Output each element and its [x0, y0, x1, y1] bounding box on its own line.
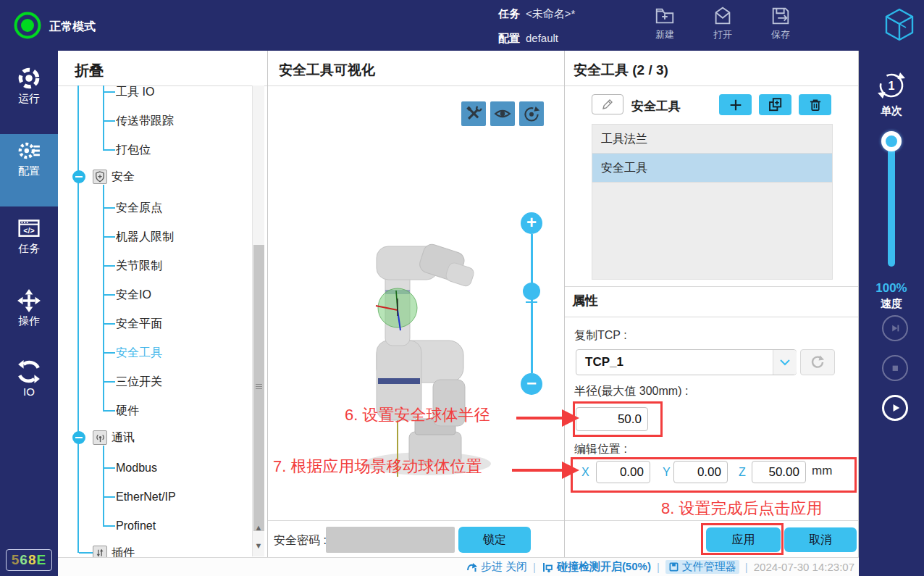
save-task-button[interactable]: 保存	[757, 5, 804, 41]
apply-button[interactable]: 应用	[706, 527, 781, 552]
file-manager-button[interactable]: 文件管理器	[665, 560, 739, 574]
tree-item-modbus[interactable]: Modbus	[116, 460, 157, 476]
speed-slider-thumb[interactable]	[881, 131, 902, 151]
safety-password-input[interactable]	[326, 527, 455, 553]
z-position-input[interactable]	[752, 461, 806, 483]
radius-input[interactable]	[576, 407, 648, 431]
tool-name-label: 安全工具	[631, 98, 681, 114]
save-icon	[770, 5, 791, 27]
tree-item-safety-io[interactable]: 安全IO	[116, 287, 151, 303]
zoom-slider-track[interactable]	[531, 234, 533, 373]
robot-3d-view[interactable]	[340, 217, 507, 485]
view-orbit-button[interactable]	[519, 101, 544, 126]
add-tool-button[interactable]	[719, 94, 752, 115]
chevron-down-icon	[773, 350, 797, 375]
file-manager-icon	[668, 562, 679, 572]
tool-list: 工具法兰 安全工具	[592, 124, 833, 280]
open-file-icon	[712, 5, 734, 27]
viz-panel: 安全工具可视化	[268, 51, 565, 576]
config-tree-panel: 折叠 工具 IO 传送带跟踪 打包位 安全 安全原点 机器人限制 关节限制 安全…	[58, 51, 268, 576]
x-position-input[interactable]	[596, 461, 650, 483]
step-forward-button[interactable]	[882, 315, 908, 341]
tree-item-hardware[interactable]: 硬件	[116, 403, 139, 419]
tree-item-conveyor[interactable]: 传送带跟踪	[116, 113, 174, 129]
copy-tool-button[interactable]	[759, 94, 791, 115]
tree-item-ethernet-ip[interactable]: EtherNet/IP	[116, 489, 176, 505]
tree-item-tool-io[interactable]: 工具 IO	[116, 84, 154, 100]
safety-password-label: 安全密码 :	[274, 533, 327, 548]
tree-item-safety-plane[interactable]: 安全平面	[116, 316, 162, 332]
pencil-icon	[601, 98, 614, 111]
tree-item-comm[interactable]: 通讯	[112, 430, 135, 446]
zoom-in-button[interactable]: +	[521, 212, 542, 234]
view-tools-button[interactable]	[461, 101, 486, 126]
tree-item-profinet[interactable]: Profinet	[116, 518, 156, 534]
y-position-input[interactable]	[673, 461, 728, 483]
view-visibility-button[interactable]	[490, 101, 515, 126]
scroll-down-icon[interactable]: ▼	[253, 540, 264, 551]
x-axis-label: X	[581, 461, 589, 483]
tree-item-safety-home[interactable]: 安全原点	[116, 200, 162, 216]
tree-collapse-comm[interactable]	[72, 431, 85, 444]
clock-datetime: 2024-07-30 14:23:07	[754, 561, 854, 573]
sidebar-item-config[interactable]: 配置	[0, 134, 58, 206]
sidebar-item-task[interactable]: </> 任务	[0, 212, 58, 284]
zoom-slider-thumb[interactable]	[523, 283, 540, 300]
antenna-icon	[93, 430, 107, 445]
step-mode-icon	[466, 562, 478, 573]
z-axis-label: Z	[739, 461, 746, 483]
tree-scrollbar[interactable]	[252, 85, 264, 556]
config-label: 配置	[498, 32, 520, 46]
lock-button[interactable]: 锁定	[458, 527, 531, 553]
scroll-up-icon[interactable]: ▲	[253, 522, 264, 533]
main-sidebar: 运行 配置 </> 任务 操作 IO	[0, 51, 58, 576]
new-file-icon	[654, 5, 676, 27]
safety-checksum-badge: 568E	[6, 549, 52, 571]
properties-title: 属性	[572, 292, 598, 309]
open-task-button[interactable]: 打开	[700, 5, 746, 41]
step-mode-status[interactable]: 步进 关闭	[466, 560, 527, 574]
play-button[interactable]	[882, 395, 908, 421]
tree-item-robot-limit[interactable]: 机器人限制	[116, 229, 174, 245]
config-value: default	[526, 32, 558, 44]
task-label: 任务	[498, 7, 520, 21]
tree-scrollbar-thumb[interactable]	[253, 245, 264, 531]
tree-item-pack-pos[interactable]: 打包位	[116, 142, 151, 158]
mode-status-icon	[13, 11, 42, 40]
sidebar-item-run[interactable]: 运行	[0, 62, 58, 134]
tree-item-three-pos-switch[interactable]: 三位开关	[116, 374, 162, 390]
stop-button[interactable]	[882, 355, 908, 381]
tool-list-item-safety-tool[interactable]: 安全工具	[592, 154, 832, 183]
delete-tool-button[interactable]	[799, 94, 831, 115]
tcp-select[interactable]: TCP_1	[576, 349, 797, 375]
rename-tool-button[interactable]	[592, 94, 623, 114]
tree-collapse-safety[interactable]	[72, 170, 85, 183]
collision-icon	[542, 562, 554, 573]
tree-trunk-line	[77, 85, 79, 553]
speed-value: 100%	[859, 281, 924, 296]
sidebar-item-operate[interactable]: 操作	[0, 284, 58, 356]
tree-item-safety[interactable]: 安全	[112, 169, 135, 185]
task-value: <未命名>*	[526, 7, 575, 21]
loop-count-icon[interactable]: 1	[875, 70, 907, 101]
tree-item-safety-tool[interactable]: 安全工具	[116, 345, 162, 361]
svg-text:</>: </>	[23, 226, 34, 235]
zoom-out-button[interactable]: −	[521, 373, 542, 395]
speed-slider-track[interactable]	[888, 138, 895, 267]
refresh-tcp-button[interactable]	[800, 349, 835, 375]
tree-title: 折叠	[75, 61, 104, 80]
cancel-button[interactable]: 取消	[784, 527, 857, 552]
orbit-icon	[521, 104, 542, 124]
tool-list-item-flange[interactable]: 工具法兰	[592, 125, 832, 154]
zoom-slider-tick	[526, 301, 537, 303]
new-task-button[interactable]: 新建	[642, 5, 688, 41]
tree-item-joint-limit[interactable]: 关节限制	[116, 258, 162, 274]
safety-tool-panel: 安全工具 (2 / 3) 安全工具 工具法兰 安全工具 属性 复制TCP : T…	[565, 51, 859, 576]
sidebar-item-io[interactable]: IO	[0, 355, 58, 427]
io-sync-icon	[17, 359, 41, 384]
mode-label: 正常模式	[49, 20, 96, 35]
run-control-rail: 1 单次 100% 速度	[859, 51, 924, 576]
collision-detect-status[interactable]: 碰撞检测开启(50%)	[542, 560, 651, 574]
y-axis-label: Y	[663, 461, 671, 483]
tools-icon	[464, 104, 483, 123]
